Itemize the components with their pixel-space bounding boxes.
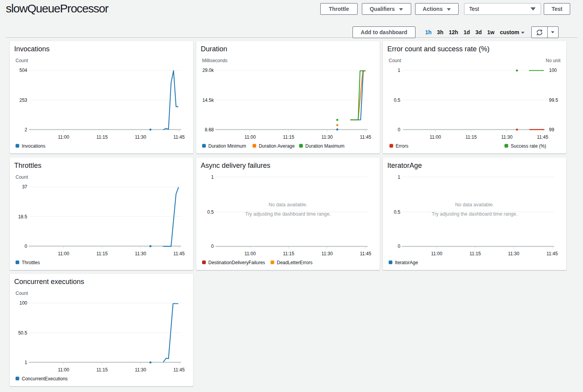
svg-text:11:00: 11:00 [244, 251, 256, 256]
svg-text:2: 2 [24, 127, 27, 132]
svg-text:Try adjusting the dashboard ti: Try adjusting the dashboard time range. [432, 211, 518, 217]
svg-text:11:45: 11:45 [360, 134, 371, 140]
svg-text:0: 0 [211, 244, 214, 249]
svg-text:504: 504 [19, 68, 27, 73]
svg-text:11:30: 11:30 [501, 134, 512, 140]
svg-text:100: 100 [549, 68, 557, 73]
svg-text:11:00: 11:00 [58, 251, 69, 256]
svg-text:Duration Minimum: Duration Minimum [208, 143, 246, 149]
svg-text:100: 100 [19, 300, 27, 306]
svg-text:11:15: 11:15 [283, 134, 294, 140]
svg-text:11:30: 11:30 [135, 367, 146, 373]
svg-text:11:30: 11:30 [321, 134, 333, 140]
svg-text:11:15: 11:15 [465, 134, 477, 140]
svg-text:99.5: 99.5 [549, 98, 559, 103]
svg-text:Invocations: Invocations [14, 45, 50, 53]
svg-text:11:00: 11:00 [429, 134, 441, 140]
svg-text:Duration Maximum: Duration Maximum [305, 143, 345, 149]
svg-text:11:00: 11:00 [244, 134, 256, 140]
svg-text:0: 0 [24, 243, 27, 249]
svg-text:0.5: 0.5 [394, 98, 400, 103]
svg-text:11:45: 11:45 [173, 251, 185, 256]
svg-text:Try adjusting the dashboard ti: Try adjusting the dashboard time range. [245, 211, 331, 217]
svg-text:11:30: 11:30 [321, 251, 333, 256]
svg-text:11:15: 11:15 [470, 251, 481, 256]
svg-text:11:00: 11:00 [431, 251, 442, 256]
svg-text:0.5: 0.5 [394, 209, 400, 214]
svg-text:1: 1 [398, 174, 400, 179]
svg-text:8.68: 8.68 [205, 127, 214, 132]
svg-text:29.0k: 29.0k [202, 68, 214, 73]
svg-text:1: 1 [24, 360, 27, 365]
svg-text:No data available.: No data available. [455, 202, 494, 207]
svg-text:Milliseconds: Milliseconds [202, 58, 227, 63]
svg-text:14.5k: 14.5k [202, 98, 214, 103]
svg-text:Duration Average: Duration Average [259, 143, 295, 149]
svg-text:1: 1 [398, 68, 400, 73]
svg-text:11:15: 11:15 [283, 251, 294, 256]
svg-text:No unit: No unit [546, 58, 561, 63]
svg-text:IteratorAge: IteratorAge [395, 260, 418, 265]
svg-text:18.5: 18.5 [18, 214, 28, 219]
svg-text:No data available.: No data available. [269, 202, 307, 207]
svg-text:11:15: 11:15 [96, 134, 108, 140]
svg-text:50.5: 50.5 [18, 330, 28, 336]
svg-text:11:45: 11:45 [360, 251, 371, 256]
svg-text:37: 37 [22, 184, 28, 190]
svg-text:Errors: Errors [396, 143, 408, 149]
svg-text:DeadLetterErrors: DeadLetterErrors [277, 260, 312, 265]
svg-text:Count: Count [389, 58, 401, 63]
svg-text:Count: Count [16, 58, 28, 63]
svg-text:11:45: 11:45 [537, 134, 548, 140]
svg-text:11:45: 11:45 [173, 134, 185, 140]
svg-text:11:45: 11:45 [173, 367, 185, 373]
svg-text:0: 0 [398, 244, 400, 249]
svg-text:0: 0 [398, 127, 400, 132]
svg-text:11:15: 11:15 [96, 367, 108, 373]
svg-text:Invocations: Invocations [22, 143, 45, 149]
svg-text:11:00: 11:00 [58, 367, 69, 373]
svg-text:Async delivery failures: Async delivery failures [201, 162, 271, 169]
svg-text:0.5: 0.5 [207, 209, 214, 214]
svg-text:IteratorAge: IteratorAge [388, 162, 422, 169]
svg-text:Count: Count [16, 174, 28, 179]
svg-text:1: 1 [211, 174, 214, 179]
svg-text:11:30: 11:30 [508, 251, 519, 256]
svg-text:99: 99 [549, 127, 555, 132]
svg-text:Concurrent executions: Concurrent executions [14, 278, 84, 286]
svg-text:11:15: 11:15 [96, 251, 108, 256]
svg-text:11:30: 11:30 [135, 134, 146, 140]
svg-text:Throttles: Throttles [14, 162, 42, 169]
svg-text:11:30: 11:30 [135, 251, 146, 256]
svg-text:253: 253 [19, 98, 27, 103]
svg-text:Throttles: Throttles [22, 260, 40, 265]
svg-text:Error count and success rate (: Error count and success rate (%) [388, 45, 490, 53]
svg-text:Count: Count [16, 291, 28, 296]
svg-text:Duration: Duration [201, 45, 227, 53]
svg-text:Success rate (%): Success rate (%) [511, 143, 546, 149]
svg-text:ConcurrentExecutions: ConcurrentExecutions [22, 376, 68, 382]
svg-text:DestinationDeliveryFailures: DestinationDeliveryFailures [208, 260, 265, 265]
svg-text:11:00: 11:00 [58, 134, 69, 140]
svg-text:11:45: 11:45 [546, 251, 558, 256]
